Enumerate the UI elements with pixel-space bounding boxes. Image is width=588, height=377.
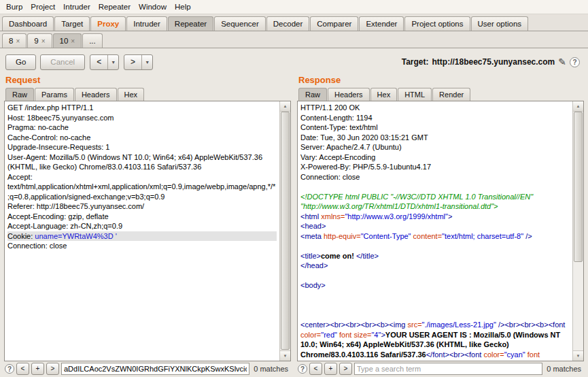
search-help-icon[interactable]: ? — [5, 364, 14, 374]
tab-sequencer[interactable]: Sequencer — [214, 16, 266, 31]
search-next-button[interactable]: > — [339, 363, 352, 375]
search-prev-button[interactable]: < — [16, 363, 29, 375]
response-tab-hex[interactable]: Hex — [370, 88, 398, 101]
chevron-down-icon[interactable]: ▼ — [141, 55, 152, 69]
response-tab-html[interactable]: HTML — [398, 88, 432, 101]
tab-user-options[interactable]: User options — [471, 16, 529, 31]
repeater-tab-tab[interactable]: ... — [82, 33, 103, 48]
code-line: <head> — [300, 221, 570, 231]
target-url: http://18beec75.yunyansec.com — [432, 57, 555, 67]
target-label: Target: — [402, 57, 429, 67]
menu-project[interactable]: Project — [27, 1, 59, 12]
request-search-input[interactable] — [61, 363, 249, 375]
request-panel: Request RawParamsHeadersHex GET /index.p… — [4, 73, 291, 377]
response-text[interactable]: HTTP/1.1 200 OKContent-Length: 1194Conte… — [298, 101, 572, 361]
code-line: Connection: close — [300, 172, 570, 182]
scrollbar-thumb[interactable] — [281, 112, 290, 350]
code-line — [300, 300, 570, 310]
code-line: Accept-Encoding: gzip, deflate — [7, 212, 277, 222]
response-search-input[interactable] — [354, 363, 542, 375]
tab-decoder[interactable]: Decoder — [266, 16, 309, 31]
chevron-down-icon[interactable]: ▼ — [107, 55, 118, 69]
repeater-tab-8[interactable]: 8× — [2, 33, 27, 48]
scroll-up-icon[interactable]: ▲ — [573, 101, 583, 112]
code-line: <center><br><br><br><b><img src="./image… — [300, 320, 570, 361]
prev-request-button[interactable]: < ▼ — [90, 54, 119, 70]
tab-repeater[interactable]: Repeater — [168, 16, 213, 31]
code-line: Referer: http://18beec75.yunyansec.com/ — [7, 201, 277, 212]
tab-project-options[interactable]: Project options — [404, 16, 470, 31]
response-scrollbar[interactable]: ▲ ▼ — [572, 101, 583, 361]
repeater-tab-label: 10 — [60, 37, 69, 45]
menu-intruder[interactable]: Intruder — [59, 1, 94, 12]
tab-comparer[interactable]: Comparer — [310, 16, 358, 31]
code-line: Server: Apache/2.4.7 (Ubuntu) — [300, 142, 570, 152]
scrollbar-thumb[interactable] — [574, 112, 583, 262]
request-title: Request — [4, 73, 291, 86]
close-tab-icon[interactable]: × — [71, 37, 75, 45]
code-line: User-Agent: Mozilla/5.0 (Windows NT 10.0… — [7, 152, 277, 172]
code-line: Vary: Accept-Encoding — [300, 152, 570, 163]
code-line: HTTP/1.1 200 OK — [300, 103, 570, 113]
menu-burp[interactable]: Burp — [2, 1, 27, 12]
tab-proxy[interactable]: Proxy — [90, 16, 126, 31]
search-add-button[interactable]: + — [31, 363, 44, 375]
menu-repeater[interactable]: Repeater — [94, 1, 135, 12]
request-tab-params[interactable]: Params — [35, 88, 74, 101]
search-help-icon[interactable]: ? — [298, 364, 307, 374]
request-tab-bar: RawParamsHeadersHex — [4, 86, 291, 101]
request-search-matches: 0 matches — [254, 365, 288, 373]
prev-arrow-icon[interactable]: < — [90, 55, 107, 69]
search-add-button[interactable]: + — [324, 363, 337, 375]
tab-target[interactable]: Target — [54, 16, 90, 31]
request-editor[interactable]: GET /index.php HTTP/1.1Host: 18beec75.yu… — [4, 101, 291, 361]
help-icon[interactable]: ? — [570, 57, 580, 67]
request-text[interactable]: GET /index.php HTTP/1.1Host: 18beec75.yu… — [5, 101, 279, 361]
request-scrollbar[interactable]: ▲ ▼ — [279, 101, 290, 361]
target-display: Target: http://18beec75.yunyansec.com ✎ … — [402, 56, 580, 67]
code-line: Host: 18beec75.yunyansec.com — [7, 113, 277, 123]
code-line: Accept: text/html,application/xhtml+xml,… — [7, 172, 277, 202]
code-line: <html xmlns="http://www.w3.org/1999/xhtm… — [300, 212, 570, 222]
request-tab-hex[interactable]: Hex — [118, 88, 145, 101]
next-arrow-icon[interactable]: > — [124, 55, 141, 69]
code-line: Cache-Control: no-cache — [7, 133, 277, 143]
request-tab-headers[interactable]: Headers — [75, 88, 117, 101]
response-search-matches: 0 matches — [547, 365, 581, 373]
next-request-button[interactable]: > ▼ — [124, 54, 153, 70]
close-tab-icon[interactable]: × — [16, 37, 20, 45]
tab-extender[interactable]: Extender — [359, 16, 404, 31]
edit-target-icon[interactable]: ✎ — [558, 56, 566, 67]
repeater-tab-10[interactable]: 10× — [53, 33, 82, 48]
scroll-up-icon[interactable]: ▲ — [280, 101, 290, 112]
repeater-tab-label: 8 — [9, 37, 13, 45]
response-search-bar: ? < + > 0 matches — [297, 361, 584, 377]
menu-window[interactable]: Window — [135, 1, 171, 12]
code-line: </head> — [300, 261, 570, 271]
search-prev-button[interactable]: < — [309, 363, 322, 375]
response-tab-raw[interactable]: Raw — [298, 88, 327, 101]
code-line — [300, 182, 570, 192]
scroll-down-icon[interactable]: ▼ — [573, 350, 583, 361]
menu-help[interactable]: Help — [171, 1, 195, 12]
code-line: <!DOCTYPE html PUBLIC "-//W3C//DTD XHTML… — [300, 192, 570, 212]
response-tab-headers[interactable]: Headers — [328, 88, 370, 101]
request-tab-raw[interactable]: Raw — [5, 88, 34, 101]
response-editor[interactable]: HTTP/1.1 200 OKContent-Length: 1194Conte… — [297, 101, 584, 361]
response-tab-render[interactable]: Render — [432, 88, 470, 101]
code-line: <meta http-equiv="Content-Type" content=… — [300, 231, 570, 242]
code-line — [300, 241, 570, 251]
code-line: Pragma: no-cache — [7, 122, 277, 133]
go-button[interactable]: Go — [5, 54, 36, 70]
tab-intruder[interactable]: Intruder — [126, 16, 167, 31]
search-next-button[interactable]: > — [46, 363, 59, 375]
close-tab-icon[interactable]: × — [41, 37, 46, 45]
repeater-tab-9[interactable]: 9× — [27, 33, 52, 48]
code-line: Cookie: uname=YWRtaW4%3D ' — [7, 231, 277, 242]
tab-dashboard[interactable]: Dashboard — [2, 16, 54, 31]
response-title: Response — [297, 73, 584, 86]
scroll-down-icon[interactable]: ▼ — [280, 350, 290, 361]
burp-window: BurpProjectIntruderRepeaterWindowHelp Da… — [0, 0, 588, 377]
cancel-button[interactable]: Cancel — [40, 54, 85, 70]
main-tab-bar: DashboardTargetProxyIntruderRepeaterSequ… — [0, 14, 588, 31]
